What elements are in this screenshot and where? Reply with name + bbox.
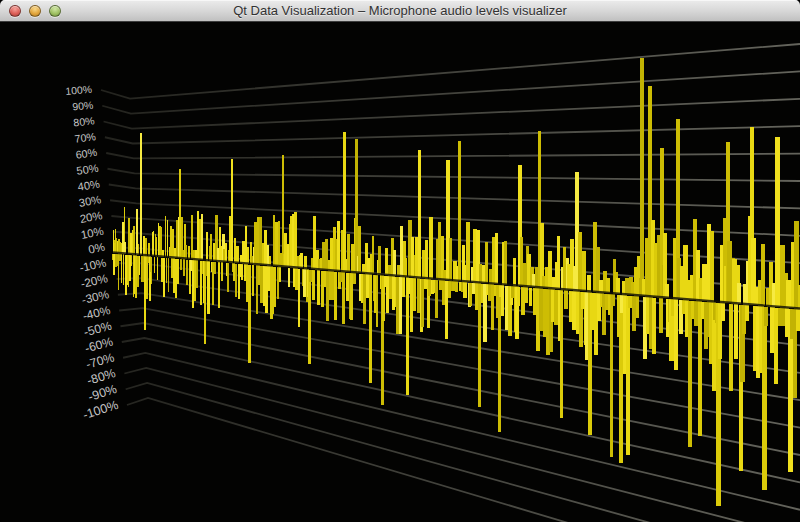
y-tick-label: 40% — [77, 178, 101, 193]
window-controls — [9, 0, 61, 22]
y-tick-label: 80% — [73, 114, 96, 128]
y-tick-label: 90% — [72, 99, 94, 113]
titlebar[interactable]: Qt Data Visualization – Microphone audio… — [0, 0, 800, 22]
y-axis-labels: 100%90%80%70%60%50%40%30%20%10%0%-10%-20… — [65, 84, 120, 422]
chart-area[interactable]: 100%90%80%70%60%50%40%30%20%10%0%-10%-20… — [0, 22, 800, 522]
y-tick-label: 60% — [75, 146, 98, 161]
y-tick-label: 20% — [79, 209, 103, 225]
bars-3d-scene[interactable]: 100%90%80%70%60%50%40%30%20%10%0%-10%-20… — [0, 22, 800, 522]
y-tick-label: 100% — [65, 84, 92, 97]
y-tick-label: 30% — [78, 193, 102, 209]
y-tick-label: -100% — [81, 398, 120, 423]
window-title: Qt Data Visualization – Microphone audio… — [0, 0, 800, 22]
y-tick-label: 10% — [80, 225, 105, 241]
minimize-button[interactable] — [29, 5, 41, 17]
close-button[interactable] — [9, 5, 21, 17]
app-window: Qt Data Visualization – Microphone audio… — [0, 0, 800, 522]
y-tick-label: 50% — [76, 162, 100, 177]
y-tick-label: 70% — [74, 130, 97, 145]
y-tick-label: 0% — [87, 241, 106, 256]
zoom-button[interactable] — [49, 5, 61, 17]
